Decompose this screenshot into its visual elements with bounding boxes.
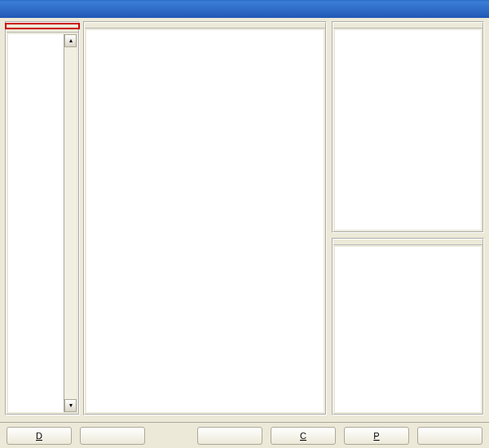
close-button[interactable]: C — [271, 427, 336, 445]
previous-button[interactable]: P — [344, 427, 409, 445]
button-bar: D C P — [0, 422, 489, 448]
year-header — [7, 23, 78, 33]
scroll-track[interactable] — [64, 47, 77, 399]
model-header — [333, 23, 482, 29]
main-content: ▴ ▾ — [0, 18, 489, 419]
make-header — [85, 23, 325, 29]
model-panel — [332, 21, 484, 233]
scroll-up-button[interactable]: ▴ — [64, 34, 77, 47]
model-list[interactable] — [335, 30, 481, 230]
engine-list[interactable] — [335, 247, 481, 412]
help-button[interactable] — [417, 427, 482, 445]
make-list[interactable] — [86, 30, 324, 412]
year-scrollbar: ▴ ▾ — [64, 34, 77, 412]
window-titlebar — [0, 0, 489, 18]
data-coverage-button[interactable]: D — [7, 427, 72, 445]
year-header-highlight — [5, 23, 80, 29]
ok-button[interactable] — [197, 427, 262, 445]
engine-panel — [332, 238, 484, 415]
engine-header — [333, 239, 482, 245]
make-panel — [83, 21, 327, 415]
year-panel: ▴ ▾ — [5, 21, 80, 415]
scroll-down-button[interactable]: ▾ — [64, 399, 77, 412]
year-list[interactable] — [8, 34, 64, 412]
clear-car-button[interactable] — [80, 427, 145, 445]
